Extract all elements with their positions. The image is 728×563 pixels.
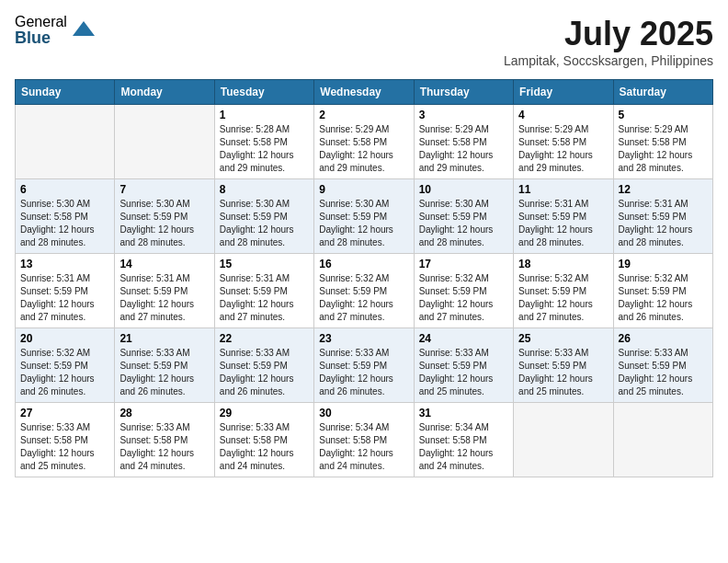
sunrise-text: Sunrise: 5:34 AM [419, 421, 508, 434]
sunrise-text: Sunrise: 5:31 AM [619, 198, 708, 211]
day-info: Sunrise: 5:33 AMSunset: 5:59 PMDaylight:… [419, 347, 508, 398]
calendar-header-row: Sunday Monday Tuesday Wednesday Thursday… [16, 80, 713, 105]
day-number: 4 [518, 109, 608, 121]
day-info: Sunrise: 5:32 AMSunset: 5:59 PMDaylight:… [20, 347, 109, 398]
daylight-text: Daylight: 12 hours and 27 minutes. [220, 298, 309, 324]
day-info: Sunrise: 5:33 AMSunset: 5:59 PMDaylight:… [119, 347, 209, 398]
sunrise-text: Sunrise: 5:29 AM [518, 123, 608, 136]
table-row: 23Sunrise: 5:33 AMSunset: 5:59 PMDayligh… [314, 328, 414, 403]
daylight-text: Daylight: 12 hours and 28 minutes. [319, 224, 408, 249]
calendar-week-row: 27Sunrise: 5:33 AMSunset: 5:58 PMDayligh… [16, 403, 713, 477]
logo-general: General [15, 15, 67, 29]
day-info: Sunrise: 5:30 AMSunset: 5:58 PMDaylight:… [20, 198, 109, 249]
sunrise-text: Sunrise: 5:30 AM [20, 198, 109, 211]
day-number: 31 [419, 407, 508, 419]
day-info: Sunrise: 5:29 AMSunset: 5:58 PMDaylight:… [419, 123, 508, 175]
sunrise-text: Sunrise: 5:33 AM [119, 347, 209, 360]
day-number: 21 [119, 332, 209, 345]
sunrise-text: Sunrise: 5:33 AM [518, 347, 608, 360]
day-info: Sunrise: 5:31 AMSunset: 5:59 PMDaylight:… [220, 272, 309, 324]
day-info: Sunrise: 5:31 AMSunset: 5:59 PMDaylight:… [619, 198, 708, 249]
day-number: 12 [619, 183, 708, 196]
daylight-text: Daylight: 12 hours and 28 minutes. [119, 224, 209, 249]
day-number: 23 [319, 332, 408, 345]
daylight-text: Daylight: 12 hours and 28 minutes. [619, 149, 708, 175]
day-info: Sunrise: 5:33 AMSunset: 5:58 PMDaylight:… [20, 421, 109, 473]
day-info: Sunrise: 5:30 AMSunset: 5:59 PMDaylight:… [419, 198, 508, 249]
day-number: 30 [319, 407, 408, 419]
table-row: 19Sunrise: 5:32 AMSunset: 5:59 PMDayligh… [613, 254, 712, 328]
day-info: Sunrise: 5:32 AMSunset: 5:59 PMDaylight:… [518, 272, 608, 324]
table-row: 1Sunrise: 5:28 AMSunset: 5:58 PMDaylight… [214, 105, 313, 179]
table-row: 8Sunrise: 5:30 AMSunset: 5:59 PMDaylight… [214, 179, 313, 254]
sunset-text: Sunset: 5:58 PM [220, 136, 309, 149]
header-saturday: Saturday [613, 80, 712, 105]
day-number: 3 [419, 109, 508, 121]
day-number: 6 [20, 183, 109, 196]
day-number: 7 [119, 183, 209, 196]
day-number: 22 [220, 332, 309, 345]
day-number: 20 [20, 332, 109, 345]
day-info: Sunrise: 5:33 AMSunset: 5:58 PMDaylight:… [119, 421, 209, 473]
table-row: 27Sunrise: 5:33 AMSunset: 5:58 PMDayligh… [16, 403, 115, 477]
day-number: 14 [119, 258, 209, 270]
sunrise-text: Sunrise: 5:30 AM [319, 198, 408, 211]
table-row: 18Sunrise: 5:32 AMSunset: 5:59 PMDayligh… [514, 254, 613, 328]
day-info: Sunrise: 5:30 AMSunset: 5:59 PMDaylight:… [220, 198, 309, 249]
sunrise-text: Sunrise: 5:33 AM [619, 347, 708, 360]
daylight-text: Daylight: 12 hours and 29 minutes. [319, 149, 408, 175]
day-number: 24 [419, 332, 508, 345]
sunrise-text: Sunrise: 5:33 AM [419, 347, 508, 360]
title-location: Lampitak, Soccsksargen, Philippines [504, 53, 713, 68]
day-info: Sunrise: 5:30 AMSunset: 5:59 PMDaylight:… [319, 198, 408, 249]
sunrise-text: Sunrise: 5:28 AM [220, 123, 309, 136]
daylight-text: Daylight: 12 hours and 28 minutes. [20, 224, 109, 249]
sunset-text: Sunset: 5:59 PM [419, 211, 508, 224]
day-number: 25 [518, 332, 608, 345]
day-info: Sunrise: 5:31 AMSunset: 5:59 PMDaylight:… [119, 272, 209, 324]
sunset-text: Sunset: 5:59 PM [319, 360, 408, 373]
daylight-text: Daylight: 12 hours and 25 minutes. [518, 373, 608, 398]
day-info: Sunrise: 5:29 AMSunset: 5:58 PMDaylight:… [319, 123, 408, 175]
sunset-text: Sunset: 5:59 PM [119, 211, 209, 224]
day-number: 26 [619, 332, 708, 345]
day-number: 29 [220, 407, 309, 419]
sunrise-text: Sunrise: 5:34 AM [319, 421, 408, 434]
sunset-text: Sunset: 5:58 PM [619, 136, 708, 149]
table-row [16, 105, 115, 179]
title-area: July 2025 Lampitak, Soccsksargen, Philip… [504, 15, 713, 68]
daylight-text: Daylight: 12 hours and 25 minutes. [619, 373, 708, 398]
sunrise-text: Sunrise: 5:30 AM [119, 198, 209, 211]
day-info: Sunrise: 5:34 AMSunset: 5:58 PMDaylight:… [319, 421, 408, 473]
day-info: Sunrise: 5:30 AMSunset: 5:59 PMDaylight:… [119, 198, 209, 249]
sunrise-text: Sunrise: 5:32 AM [619, 272, 708, 285]
day-number: 15 [220, 258, 309, 270]
sunset-text: Sunset: 5:59 PM [220, 285, 309, 298]
sunrise-text: Sunrise: 5:31 AM [20, 272, 109, 285]
logo-text: General Blue [15, 15, 67, 46]
day-number: 5 [619, 109, 708, 121]
daylight-text: Daylight: 12 hours and 24 minutes. [220, 447, 309, 473]
svg-marker-0 [73, 21, 95, 36]
table-row: 9Sunrise: 5:30 AMSunset: 5:59 PMDaylight… [314, 179, 414, 254]
sunset-text: Sunset: 5:58 PM [319, 136, 408, 149]
header-thursday: Thursday [414, 80, 513, 105]
sunset-text: Sunset: 5:58 PM [319, 434, 408, 447]
day-info: Sunrise: 5:31 AMSunset: 5:59 PMDaylight:… [20, 272, 109, 324]
day-info: Sunrise: 5:32 AMSunset: 5:59 PMDaylight:… [419, 272, 508, 324]
sunrise-text: Sunrise: 5:33 AM [220, 347, 309, 360]
day-number: 17 [419, 258, 508, 270]
day-number: 18 [518, 258, 608, 270]
header-tuesday: Tuesday [214, 80, 313, 105]
sunset-text: Sunset: 5:58 PM [220, 434, 309, 447]
sunrise-text: Sunrise: 5:33 AM [220, 421, 309, 434]
sunrise-text: Sunrise: 5:29 AM [419, 123, 508, 136]
table-row [115, 105, 214, 179]
table-row: 11Sunrise: 5:31 AMSunset: 5:59 PMDayligh… [514, 179, 613, 254]
sunrise-text: Sunrise: 5:31 AM [119, 272, 209, 285]
sunset-text: Sunset: 5:58 PM [119, 434, 209, 447]
table-row: 21Sunrise: 5:33 AMSunset: 5:59 PMDayligh… [115, 328, 214, 403]
day-info: Sunrise: 5:33 AMSunset: 5:58 PMDaylight:… [220, 421, 309, 473]
sunrise-text: Sunrise: 5:29 AM [619, 123, 708, 136]
table-row: 28Sunrise: 5:33 AMSunset: 5:58 PMDayligh… [115, 403, 214, 477]
